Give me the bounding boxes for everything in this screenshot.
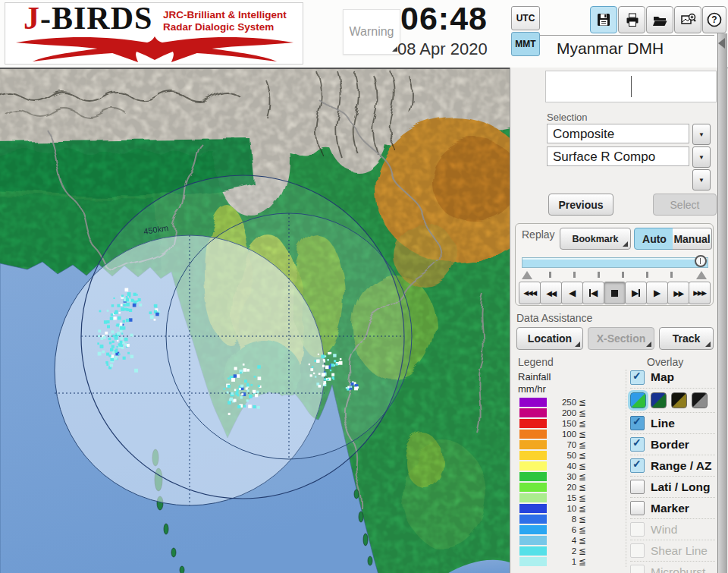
- print-icon: [623, 11, 640, 28]
- data-assistance-label: Data Assistance: [516, 312, 592, 324]
- replay-slider-track[interactable]: [522, 257, 708, 268]
- legend-value: 50 ≦: [554, 450, 586, 461]
- legend-value: 6 ≦: [554, 524, 586, 535]
- forward-fast-button[interactable]: ▶▶: [667, 282, 689, 304]
- product-dropdown-1[interactable]: Composite: [547, 124, 689, 143]
- toolbar-save-button[interactable]: [590, 6, 617, 33]
- overlay-item-label: Line: [651, 417, 675, 430]
- legend-value: 4 ≦: [554, 535, 586, 546]
- checkbox-border[interactable]: ✓: [630, 437, 645, 452]
- legend-row: 2 ≦: [518, 546, 623, 556]
- overlay-item-label: Wind: [651, 523, 677, 537]
- toolbar-print-button[interactable]: [618, 6, 645, 33]
- station-title: Myanmar DMH: [557, 39, 664, 58]
- rewind-fastest-button[interactable]: ◀◀◀: [519, 282, 541, 304]
- legend-color-swatch: [519, 461, 547, 471]
- save-icon: [595, 11, 612, 28]
- step-forward-button[interactable]: ▶: [625, 282, 647, 304]
- logo-rest: -BIRDS: [40, 1, 152, 36]
- legend-row: 8 ≦: [518, 515, 623, 524]
- overlay-item-map: ✓Map: [630, 367, 715, 388]
- toolbar-open-folder-button[interactable]: [646, 6, 673, 33]
- new-window-zoom-icon: [679, 11, 696, 28]
- map-style-swatch-1[interactable]: [630, 392, 646, 408]
- message-input[interactable]: [545, 71, 717, 102]
- overlay-item-microburst: Microburst: [630, 561, 715, 573]
- legend-row: 150 ≦: [518, 419, 623, 428]
- legend-color-swatch: [519, 525, 547, 534]
- bookmark-button[interactable]: Bookmark: [560, 228, 631, 250]
- checkbox-map[interactable]: ✓: [630, 370, 645, 385]
- clock-date: 08 Apr 2020: [397, 39, 488, 59]
- track-button[interactable]: Track: [659, 327, 714, 350]
- step-back-button[interactable]: ◀: [582, 282, 604, 304]
- stop-button[interactable]: [604, 282, 626, 304]
- clock-time: 06:48: [400, 0, 488, 37]
- location-button[interactable]: Location: [516, 327, 583, 350]
- legend-value: 8 ≦: [554, 514, 586, 524]
- legend-color-swatch: [519, 408, 547, 417]
- panel-collapse-strip[interactable]: [717, 33, 727, 573]
- replay-label: Replay: [522, 228, 555, 241]
- legend-row: 6 ≦: [518, 525, 623, 534]
- utc-button[interactable]: UTC: [511, 6, 540, 30]
- replay-group: Replay Bookmark Auto Manual ◀◀◀ ◀◀ ◀ ◀ ▶: [515, 223, 714, 306]
- legend-scale: 250 ≦200 ≦150 ≦100 ≦70 ≦50 ≦40 ≦30 ≦20 ≦…: [518, 398, 623, 566]
- mmt-button[interactable]: MMT: [511, 32, 540, 56]
- toolbar-new-window-button[interactable]: [674, 6, 701, 33]
- legend-value: 70 ≦: [554, 439, 586, 450]
- product-dropdown-3-arrow[interactable]: ▼: [692, 169, 711, 190]
- legend-row: 200 ≦: [518, 408, 623, 417]
- forward-fastest-button[interactable]: ▶▶▶: [689, 282, 711, 304]
- map-style-swatch-3[interactable]: [671, 392, 687, 408]
- open-folder-icon: [651, 11, 668, 28]
- overlay-item-wind: Wind: [630, 518, 715, 540]
- jbirds-logo: J-BIRDS JRC-Brilliant & Intelligent Rada…: [5, 2, 303, 65]
- legend-row: 20 ≦: [518, 483, 623, 492]
- toolbar-help-button[interactable]: ?: [702, 6, 726, 33]
- map-style-swatch-2[interactable]: [651, 392, 667, 408]
- overlay-item-shear-line: Shear Line: [630, 540, 715, 561]
- play-button[interactable]: ▶: [646, 282, 668, 304]
- legend-color-swatch: [519, 504, 547, 513]
- checkbox-range-az[interactable]: ✓: [630, 458, 645, 473]
- overlay-item-label: Marker: [651, 502, 689, 515]
- warning-button[interactable]: Warning: [343, 9, 400, 55]
- overlay-item-marker: Marker: [630, 497, 715, 518]
- replay-auto-button[interactable]: Auto: [634, 228, 675, 250]
- legend-color-swatch: [519, 536, 547, 545]
- help-icon: ?: [706, 11, 723, 28]
- checkbox-marker[interactable]: [630, 501, 645, 515]
- svg-text:?: ?: [711, 14, 717, 25]
- play-reverse-button[interactable]: ◀: [561, 282, 583, 304]
- legend-value: 250 ≦: [554, 397, 586, 408]
- replay-slider-handle[interactable]: [695, 255, 707, 267]
- checkbox-microburst: [630, 565, 645, 573]
- legend-color-swatch: [519, 515, 547, 524]
- legend-row: 4 ≦: [518, 536, 623, 545]
- product-dropdown-2[interactable]: Surface R Compo: [547, 146, 689, 166]
- legend-value: 40 ≦: [554, 461, 586, 471]
- map-style-swatch-4[interactable]: [692, 392, 708, 408]
- overlay-item-lati-long: Lati / Long: [630, 476, 715, 497]
- rewind-fast-button[interactable]: ◀◀: [540, 282, 562, 304]
- legend-unit: mm/hr: [518, 383, 623, 395]
- legend-color-swatch: [519, 557, 547, 566]
- checkbox-line[interactable]: ✓: [630, 416, 645, 430]
- legend-value: 100 ≦: [554, 429, 586, 439]
- overlay-item-label: Shear Line: [651, 544, 708, 558]
- eagle-icon: [11, 33, 298, 64]
- slider-end-marker: [696, 271, 707, 279]
- legend-color-swatch: [519, 546, 547, 556]
- legend-color-swatch: [519, 483, 547, 492]
- replay-manual-button[interactable]: Manual: [673, 228, 712, 250]
- product-dropdown-1-arrow[interactable]: ▼: [692, 124, 711, 145]
- product-dropdown-2-arrow[interactable]: ▼: [692, 146, 711, 168]
- checkbox-lati-long[interactable]: [630, 480, 645, 494]
- control-panel: Selection Composite ▼ Surface R Compo ▼ …: [510, 68, 718, 573]
- overlay-item-range-az: ✓Range / AZ: [630, 455, 715, 476]
- previous-button[interactable]: Previous: [548, 194, 613, 216]
- map-canvas[interactable]: 450km: [0, 68, 510, 573]
- legend-row: 70 ≦: [518, 440, 623, 449]
- legend-block: Rainfall mm/hr 250 ≦200 ≦150 ≦100 ≦70 ≦5…: [518, 371, 623, 568]
